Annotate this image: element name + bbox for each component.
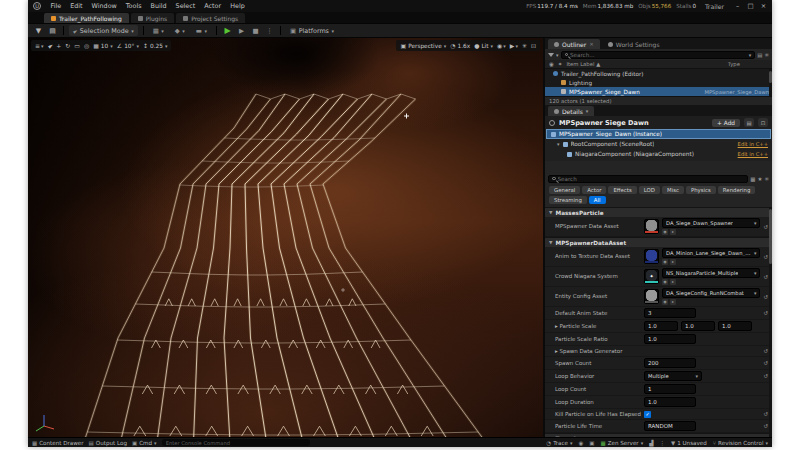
outliner-row-trailer-pathfollowing-editor[interactable]: Trailer_PathFollowing (Editor) — [545, 69, 772, 78]
edit-in-cpp-link[interactable]: Edit in C++ — [738, 141, 768, 147]
close-icon[interactable]: × — [589, 41, 594, 47]
component-row-root[interactable]: ▾ RootComponent (SceneRoot) Edit in C++ — [545, 139, 772, 149]
filter-chip-actor[interactable]: Actor — [582, 186, 606, 194]
tab-outliner[interactable]: Outliner × — [548, 39, 600, 49]
insights-icon[interactable]: ◉ — [579, 440, 584, 446]
asset-combo[interactable]: DA_SiegeConfig_RunNCombat▾ — [662, 288, 760, 298]
tab-project-settings[interactable]: Project Settings — [176, 13, 245, 23]
menu-tools[interactable]: Tools — [121, 2, 146, 10]
details-expand-icon[interactable]: ⊡ — [758, 118, 768, 127]
details-view-options-icon[interactable]: ▤ — [744, 118, 754, 127]
new-folder-icon[interactable]: ▤ — [757, 52, 762, 58]
menu-file[interactable]: File — [46, 2, 66, 10]
browse-to-icon[interactable]: ▸ — [670, 279, 676, 285]
details-search-input[interactable] — [558, 176, 745, 182]
filter-chip-misc[interactable]: Misc — [662, 186, 684, 194]
number-field[interactable]: 1.0 — [644, 397, 696, 407]
browse-to-icon[interactable]: ▸ — [670, 229, 676, 235]
reset-to-default-icon[interactable]: ↺ — [763, 224, 768, 230]
checkbox-checked[interactable]: ✓ — [644, 411, 651, 418]
filter-chip-all[interactable]: All — [589, 196, 606, 204]
level-viewport[interactable]: ≡▾ ► + ↻ ▭ ◎ ▦10▾ ∠10°▾ ↕0.25▾ ▣Perspect… — [28, 38, 543, 437]
reset-to-default-icon[interactable]: ↺ — [763, 411, 768, 417]
outliner-row-lighting[interactable]: Lighting — [545, 78, 772, 87]
network-status-icon[interactable]: ▟ — [649, 440, 653, 446]
frame-skip-button[interactable]: ▶ — [236, 25, 247, 36]
asset-combo[interactable]: NS_NiagaraParticle_Multiple▾ — [662, 268, 760, 278]
edit-in-cpp-link[interactable]: Edit in C++ — [738, 151, 768, 157]
filter-chip-general[interactable]: General — [549, 186, 580, 194]
close-button[interactable]: × — [759, 2, 768, 10]
platforms-dropdown[interactable]: ▣ Platforms ▾ — [286, 25, 338, 36]
more-options-icon[interactable]: ⋮ — [659, 440, 665, 446]
details-scrollbar[interactable] — [769, 207, 772, 437]
reset-to-default-icon[interactable]: ↺ — [763, 373, 768, 379]
save-icon[interactable]: ▼ — [33, 25, 44, 36]
filter-chip-streaming[interactable]: Streaming — [549, 196, 587, 204]
tab-trailer-pathfollowing[interactable]: Trailer_PathFollowing — [44, 13, 129, 23]
reset-to-default-icon[interactable]: ↺ — [763, 360, 768, 366]
play-button[interactable]: ▶ — [222, 25, 233, 36]
asset-thumbnail[interactable] — [644, 249, 659, 264]
section-mpspawnerdataasset[interactable]: ▼MPSpawnerDataAsset — [545, 237, 772, 247]
reset-to-default-icon[interactable]: ↺ — [763, 274, 768, 280]
menu-actor[interactable]: Actor — [200, 2, 226, 10]
number-field[interactable]: 200 — [644, 358, 696, 368]
reset-to-default-icon[interactable]: ↺ — [763, 294, 768, 300]
minimize-button[interactable]: – — [733, 2, 742, 10]
source-control-icon[interactable]: ▤ — [47, 25, 58, 36]
favorites-icon[interactable]: ★ — [757, 176, 762, 182]
maximize-button[interactable]: □ — [746, 2, 755, 10]
filter-chip-rendering[interactable]: Rendering — [718, 186, 756, 194]
outliner-settings-icon[interactable]: ✳ — [764, 52, 769, 58]
asset-combo[interactable]: DA_Minion_Lane_Siege_Dawn_BOT▾ — [662, 248, 760, 258]
number-field[interactable]: 1.0 — [644, 334, 696, 344]
number-field[interactable]: 3 — [644, 308, 696, 318]
selection-mode-dropdown[interactable]: ► Selection Mode ▾ — [69, 25, 138, 36]
details-search-box[interactable] — [548, 175, 748, 183]
asset-thumbnail[interactable]: ✦ — [644, 269, 659, 284]
zen-server-dropdown[interactable]: ▦Zen Server▾ — [601, 440, 644, 446]
use-selected-icon[interactable]: ◉ — [662, 279, 668, 285]
component-row-niagara[interactable]: NiagaraComponent (NiagaraComponent) Edit… — [545, 149, 772, 159]
menu-select[interactable]: Select — [171, 2, 200, 10]
outliner-search-input[interactable] — [570, 52, 747, 58]
menu-edit[interactable]: Edit — [66, 2, 87, 10]
asset-thumbnail[interactable] — [644, 219, 659, 234]
browse-to-icon[interactable]: ▸ — [670, 299, 676, 305]
menu-build[interactable]: Build — [146, 2, 171, 10]
cinematics-dropdown[interactable]: ▬▾ — [192, 25, 211, 36]
component-row-instance[interactable]: MPSpawner_Siege_Dawn (Instance) — [546, 129, 771, 139]
dropdown-field[interactable]: Multiple▾ — [644, 371, 702, 381]
section-transform[interactable]: ▼Transform — [545, 433, 772, 437]
console-command-input[interactable] — [162, 439, 310, 446]
section-massesparticle[interactable]: ▼MassesParticle — [545, 207, 772, 217]
details-settings-icon[interactable]: ✳ — [764, 176, 769, 182]
blueprints-dropdown[interactable]: ◆▾ — [171, 25, 189, 36]
revision-control-dropdown[interactable]: ⑂Revision Control▾ — [713, 440, 768, 446]
filter-funnel-icon[interactable] — [548, 53, 554, 57]
filter-chip-physics[interactable]: Physics — [686, 186, 716, 194]
filter-chip-lod[interactable]: LOD — [639, 186, 660, 194]
tab-world-settings[interactable]: World Settings — [602, 39, 666, 49]
cmd-dropdown[interactable]: ▣Cmd▾ — [132, 440, 157, 446]
play-options-icon[interactable]: ⋮ — [264, 25, 275, 36]
stop-button[interactable]: ■ — [250, 25, 261, 36]
refresh-icon[interactable]: ↺ — [763, 348, 768, 354]
item-label-column[interactable]: Item Label ▲ — [566, 61, 600, 67]
outliner-search-box[interactable]: ▾ — [561, 51, 756, 59]
number-field[interactable]: RANDOM — [644, 421, 696, 431]
use-selected-icon[interactable]: ◉ — [662, 299, 668, 305]
reset-to-default-icon[interactable]: ↺ — [763, 423, 768, 429]
unsaved-indicator[interactable]: ▼1 Unsaved — [671, 440, 707, 446]
reset-to-default-icon[interactable]: ↺ — [763, 254, 768, 260]
use-selected-icon[interactable]: ◉ — [662, 259, 668, 265]
add-actor-dropdown[interactable]: ▦▾ — [149, 25, 168, 36]
browse-to-icon[interactable]: ▸ — [670, 259, 676, 265]
tab-plugins[interactable]: Plugins — [131, 13, 175, 23]
type-column[interactable]: Type — [728, 61, 740, 67]
number-field[interactable]: 1 — [644, 384, 696, 394]
add-component-button[interactable]: + Add — [712, 119, 740, 127]
vector-field[interactable]: 1.0 — [644, 321, 678, 331]
reset-to-default-icon[interactable]: ↺ — [763, 310, 768, 316]
